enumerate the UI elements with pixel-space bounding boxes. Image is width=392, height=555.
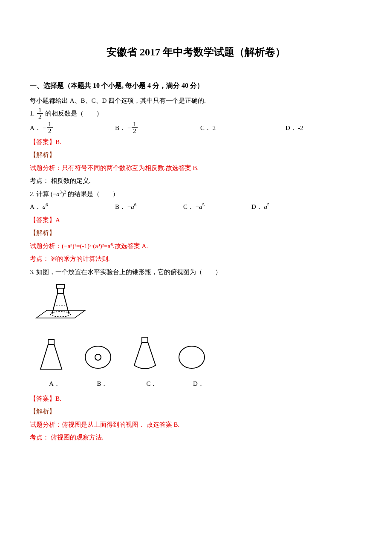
q1-optD-label: D．: [285, 124, 297, 131]
q1-analysis: 试题分析：只有符号不同的两个数称互为相反数.故选答案 B.: [30, 162, 362, 174]
q2-optA-p: 6: [46, 202, 48, 207]
q1-optD-val: -2: [298, 124, 304, 131]
q1-optB-frac: 1 2: [132, 121, 138, 134]
q2-optD-p: 5: [267, 202, 269, 207]
q2-optD-a: a: [264, 203, 268, 210]
shiti-label3: 试题分析：: [30, 421, 62, 428]
svg-rect-8: [142, 337, 148, 342]
q2-option-c: C． −a5: [183, 201, 251, 213]
page-title: 安徽省 2017 年中考数学试题（解析卷）: [30, 43, 362, 62]
q1-optB-label: B．: [115, 124, 126, 131]
q3-optA-label: A．: [37, 378, 72, 390]
q1-optA-den: 2: [47, 127, 53, 134]
answer-label: 【答案】: [30, 139, 55, 145]
svg-rect-3: [58, 288, 63, 293]
q1-optC-val: 2: [213, 124, 216, 131]
q3-analysis: 试题分析：俯视图是从上面得到的视图． 故选答案 B.: [30, 419, 362, 431]
q2-choices: A． a6 B． −a6 C． −a5 D． a5: [30, 201, 362, 213]
q3-kaodian: 考点： 俯视图的观察方法.: [30, 431, 362, 444]
q1-option-a: A． − 1 2: [30, 122, 115, 135]
q1-optA-frac: 1 2: [47, 121, 53, 134]
q2-kaodian: 考点： 幂的乘方的计算法则.: [30, 253, 362, 265]
q1-prefix: 1.: [30, 110, 35, 117]
q3-fig-c: [128, 334, 162, 376]
q2-kaodian-text: 幂的乘方的计算法则.: [49, 255, 110, 262]
q1-option-c: C． 2: [200, 122, 285, 135]
kaodian-label: 考点：: [30, 177, 49, 184]
q2-expr-l: (−: [51, 191, 56, 197]
q2-expr-a: a: [56, 191, 60, 197]
q2-option-d: D． a5: [251, 201, 303, 213]
q2-optB-a: a: [131, 203, 134, 210]
q1-optA-label: A．: [30, 124, 41, 131]
q2-optB-label: B．: [115, 203, 126, 210]
q3-option-labels: A． B． C． D．: [30, 378, 362, 390]
q1-option-d: D． -2: [285, 122, 354, 135]
kaodian-label3: 考点：: [30, 434, 49, 441]
svg-point-9: [179, 346, 205, 368]
svg-rect-5: [48, 339, 54, 344]
q3-analysis-label: 【解析】: [30, 405, 362, 418]
q1-optB-num: 1: [132, 121, 138, 127]
q2-option-b: B． −a6: [115, 201, 183, 213]
q2-answer-text: A: [55, 217, 60, 223]
q1-frac-den: 2: [37, 113, 43, 120]
q2-analysis-label: 【解析】: [30, 227, 362, 239]
q3-fig-a: [34, 336, 68, 376]
q2-prefix: 2. 计算: [30, 191, 49, 197]
q2-analysis-expr: (−a³)²=(-1)²·(a³)²=a⁶: [62, 243, 113, 249]
q1-answer: 【答案】B.: [30, 136, 362, 148]
q3-answer: 【答案】B.: [30, 393, 362, 405]
q2-optB-p: 6: [134, 202, 136, 207]
q1-optC-label: C．: [200, 124, 211, 131]
section-1-intro: 每小题都给出 A、B、C、D 四个选项，其中只有一个是正确的.: [30, 95, 362, 107]
answer-label2: 【答案】: [30, 217, 55, 223]
q1-option-b: B． − 1 2: [115, 122, 200, 135]
q2-analysis: 试题分析：(−a³)²=(-1)²·(a³)²=a⁶.故选答案 A.: [30, 240, 362, 252]
q2-expr-p2: 2: [64, 190, 66, 194]
q3-fig-d: [175, 342, 209, 376]
q3-main-figure: [34, 280, 362, 330]
q1-analysis-text: 只有符号不同的两个数称互为相反数.故选答案 B.: [62, 165, 199, 171]
svg-point-6: [85, 346, 111, 368]
q3-fig-b: [81, 342, 115, 376]
svg-point-1: [50, 312, 71, 317]
q1-stem: 1. 1 2 的相反数是（ ）: [30, 107, 362, 121]
svg-point-7: [95, 354, 101, 360]
q1-optA-neg: −: [43, 124, 46, 131]
q2-optA-label: A．: [30, 203, 41, 210]
q3-optB-label: B．: [85, 378, 119, 390]
svg-rect-4: [57, 285, 64, 288]
q3-kaodian-text: 俯视图的观察方法.: [49, 434, 104, 441]
q1-suffix: 的相反数是（ ）: [45, 110, 103, 117]
q2-analysis-pre: 试题分析：: [30, 243, 62, 249]
section-1-header: 一、选择题（本题共 10 个小题, 每小题 4 分，满分 40 分）: [30, 79, 362, 92]
shiti-label: 试题分析：: [30, 165, 62, 171]
q2-optB-neg: −: [127, 203, 131, 210]
q2-optC-a: a: [199, 203, 202, 210]
q2-optA-a: a: [43, 203, 46, 210]
q3-optD-label: D．: [182, 378, 216, 390]
q2-option-a: A． a6: [30, 201, 115, 213]
q2-optD-label: D．: [251, 203, 262, 210]
q2-analysis-post: .故选答案 A.: [113, 243, 148, 249]
q2-stem: 2. 计算 (−a3)2 的结果是（ ）: [30, 188, 362, 200]
q3-answer-text: B.: [55, 395, 61, 402]
q1-optB-den: 2: [132, 127, 138, 134]
q2-suffix: 的结果是（ ）: [68, 191, 119, 197]
q3-analysis-text: 俯视图是从上面得到的视图． 故选答案 B.: [62, 421, 179, 428]
q1-kaodian-text: 相反数的定义.: [49, 177, 91, 184]
q1-answer-text: B.: [55, 139, 61, 145]
q2-optC-label: C．: [183, 203, 194, 210]
kaodian-label2: 考点：: [30, 255, 49, 262]
q1-kaodian: 考点： 相反数的定义.: [30, 175, 362, 187]
answer-label3: 【答案】: [30, 395, 55, 402]
q1-choices: A． − 1 2 B． − 1 2 C． 2 D． -2: [30, 122, 362, 135]
q3-options-figures: [34, 334, 362, 376]
q2-optC-neg: −: [196, 203, 199, 210]
q3-optC-label: C．: [135, 378, 169, 390]
q1-frac-num: 1: [37, 107, 43, 113]
q2-optC-p: 5: [202, 202, 205, 207]
q1-optB-neg: −: [127, 124, 131, 131]
q2-answer: 【答案】A: [30, 214, 362, 226]
